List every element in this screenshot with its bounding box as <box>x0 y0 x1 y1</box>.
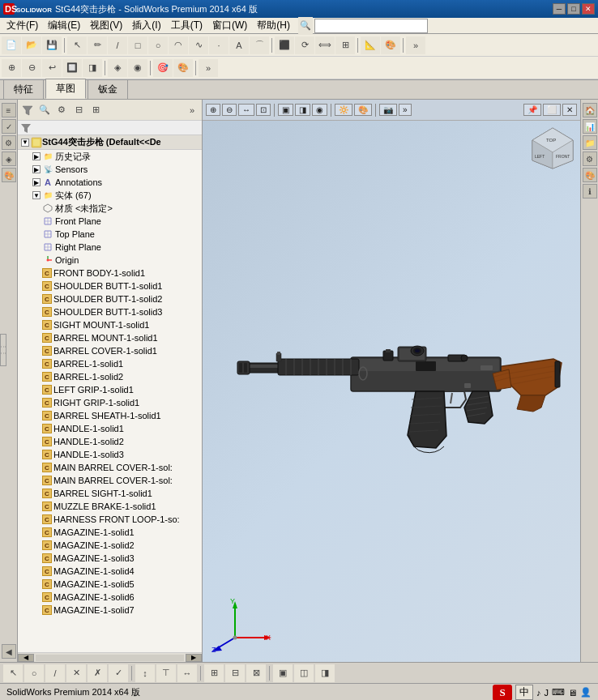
extrude-tool[interactable]: ⬛ <box>275 36 294 54</box>
tree-item-sensors[interactable]: ▶ 📡 Sensors <box>18 163 202 176</box>
fillet-tool[interactable]: ⌒ <box>250 36 269 54</box>
tree-item-right-plane[interactable]: Right Plane <box>18 241 202 254</box>
root-expand[interactable]: ▼ <box>21 139 29 147</box>
config-manager-icon[interactable]: ⚙ <box>2 135 16 150</box>
fit-view-button[interactable]: ⊡ <box>256 104 271 116</box>
viewport-content[interactable]: Y X Z <box>203 121 580 662</box>
expand-annotations[interactable]: ▶ <box>32 178 41 186</box>
arrow-tool[interactable]: ↖ <box>67 36 87 54</box>
save-button[interactable]: 💾 <box>42 36 62 54</box>
bt-cross[interactable]: ✕ <box>66 664 86 682</box>
tree-item-solid-22[interactable]: C MAGAZINE-1-solid3 <box>18 552 202 565</box>
display-style[interactable]: ◈ <box>108 59 127 77</box>
section-view[interactable]: ◨ <box>83 59 102 77</box>
bt-circle[interactable]: ○ <box>24 664 44 682</box>
bt-check[interactable]: ✓ <box>109 664 128 682</box>
material-tool[interactable]: 🎨 <box>381 36 400 54</box>
tree-filter-icon[interactable] <box>19 102 36 118</box>
tree-item-solids[interactable]: ▼ 📁 实体 (67) <box>18 189 202 202</box>
window-controls[interactable]: ─ □ ✕ <box>553 3 595 15</box>
more-vp-button[interactable]: » <box>399 104 412 116</box>
menu-view[interactable]: 视图(V) <box>85 17 127 34</box>
appearances[interactable]: 🎨 <box>173 59 193 77</box>
tree-item-solid-12[interactable]: C HANDLE-1-solid1 <box>18 422 202 435</box>
tab-sheetmetal[interactable]: 钣金 <box>88 79 128 99</box>
spline-tool[interactable]: ∿ <box>189 36 208 54</box>
section-view-button[interactable]: ◨ <box>295 104 310 116</box>
zoom-out-button[interactable]: ⊖ <box>222 104 237 116</box>
menu-window[interactable]: 窗口(W) <box>207 17 252 34</box>
menu-edit[interactable]: 编辑(E) <box>43 17 85 34</box>
3d-view[interactable]: 🔲 <box>62 59 82 77</box>
tree-content[interactable]: ▼ StG44突击步枪 (Default<<De ▶ 📁 历史记录 ▶ 📡 Se… <box>18 135 202 652</box>
menu-file[interactable]: 文件(F) <box>2 17 43 34</box>
bt-grid[interactable]: ⊞ <box>204 664 224 682</box>
minimize-button[interactable]: ─ <box>553 3 566 15</box>
text-tool[interactable]: A <box>229 36 249 54</box>
bt-slash[interactable]: / <box>45 664 65 682</box>
info-icon[interactable]: ℹ <box>583 184 597 198</box>
sketch-tool[interactable]: ✏ <box>88 36 107 54</box>
prev-view[interactable]: ↩ <box>42 59 62 77</box>
3d-viewport[interactable]: ⊕ ⊖ ↔ ⊡ ▣ ◨ ◉ 🔆 🎨 📷 » 📌 ⬜ ✕ <box>203 100 580 662</box>
tree-item-solid-25[interactable]: C MAGAZINE-1-solid6 <box>18 591 202 604</box>
feature-manager-icon[interactable]: ≡ <box>2 103 16 117</box>
tree-item-solid-11[interactable]: C BARREL SHEATH-1-solid1 <box>18 409 202 422</box>
tree-item-solid-19[interactable]: C HARNESS FRONT LOOP-1-so: <box>18 513 202 526</box>
new-button[interactable]: 📄 <box>2 36 21 54</box>
tree-item-solid-9[interactable]: C LEFT GRIP-1-solid1 <box>18 383 202 396</box>
appearances-vp-button[interactable]: 🎨 <box>354 104 372 116</box>
tree-item-solid-3[interactable]: C SHOULDER BUTT-1-solid3 <box>18 305 202 318</box>
tree-item-solid-26[interactable]: C MAGAZINE-1-solid7 <box>18 604 202 617</box>
menu-tools[interactable]: 工具(T) <box>166 17 207 34</box>
tree-item-solid-18[interactable]: C MUZZLE BRAKE-1-solid1 <box>18 500 202 513</box>
tree-item-solid-8[interactable]: C BARREL-1-solid2 <box>18 370 202 383</box>
revolve-tool[interactable]: ⟳ <box>295 36 314 54</box>
folder-right-icon[interactable]: 📁 <box>583 135 597 150</box>
arc-tool[interactable]: ◠ <box>169 36 188 54</box>
dim-expert-icon[interactable]: ◈ <box>2 152 16 166</box>
tree-item-top-plane[interactable]: Top Plane <box>18 228 202 241</box>
restore-vp-button[interactable]: ⬜ <box>543 104 561 116</box>
tree-item-solid-23[interactable]: C MAGAZINE-1-solid4 <box>18 565 202 578</box>
more-view[interactable]: » <box>199 59 218 77</box>
circle-tool[interactable]: ○ <box>148 36 168 54</box>
tree-item-solid-17[interactable]: C BARREL SIGHT-1-solid1 <box>18 487 202 500</box>
bt-view2[interactable]: ◫ <box>294 664 314 682</box>
view-display-button[interactable]: ▣ <box>278 104 293 116</box>
search-icon[interactable]: 🔍 <box>298 17 313 35</box>
tree-item-solid-6[interactable]: C BARREL COVER-1-solid1 <box>18 344 202 357</box>
bt-snap[interactable]: ⊠ <box>246 664 266 682</box>
tree-item-solid-21[interactable]: C MAGAZINE-1-solid2 <box>18 539 202 552</box>
render-tools[interactable]: 🎯 <box>153 59 173 77</box>
tree-item-origin[interactable]: Origin <box>18 254 202 267</box>
chart-icon[interactable]: 📊 <box>583 119 597 134</box>
tree-expand-icon[interactable]: ⊞ <box>88 102 104 118</box>
tree-item-solid-0[interactable]: C FRONT BODY-1-solid1 <box>18 267 202 280</box>
pin-button[interactable]: 📌 <box>523 104 541 116</box>
bt-move[interactable]: ↕ <box>135 664 155 682</box>
lang-indicator[interactable]: 中 <box>515 685 533 700</box>
line-tool[interactable]: / <box>108 36 127 54</box>
more-tools[interactable]: » <box>406 36 425 54</box>
mirror-tool[interactable]: ⟺ <box>315 36 335 54</box>
rect-tool[interactable]: □ <box>128 36 147 54</box>
tree-item-solid-15[interactable]: C MAIN BARREL COVER-1-sol: <box>18 461 202 474</box>
bt-view3[interactable]: ◨ <box>315 664 335 682</box>
menu-help[interactable]: 帮助(H) <box>252 17 295 34</box>
camera-button[interactable]: ◉ <box>312 104 327 116</box>
property-manager-icon[interactable]: ✓ <box>2 119 16 134</box>
bt-dim2[interactable]: ↔ <box>177 664 197 682</box>
tree-item-solid-16[interactable]: C MAIN BARREL COVER-1-sol: <box>18 474 202 487</box>
bt-pointer[interactable]: ↖ <box>3 664 23 682</box>
tree-item-solid-2[interactable]: C SHOULDER BUTT-1-solid2 <box>18 292 202 305</box>
tree-item-front-plane[interactable]: Front Plane <box>18 215 202 228</box>
tree-root-item[interactable]: ▼ StG44突击步枪 (Default<<De <box>18 135 202 150</box>
zoom-in-button[interactable]: ⊕ <box>206 104 220 116</box>
rotate-button[interactable]: ↔ <box>238 104 254 116</box>
home-icon[interactable]: 🏠 <box>583 103 597 117</box>
pattern-tool[interactable]: ⊞ <box>335 36 355 54</box>
tree-item-solid-20[interactable]: C MAGAZINE-1-solid1 <box>18 526 202 539</box>
point-tool[interactable]: · <box>209 36 229 54</box>
navigation-cube[interactable]: TOP LEFT FRONT <box>528 124 577 173</box>
